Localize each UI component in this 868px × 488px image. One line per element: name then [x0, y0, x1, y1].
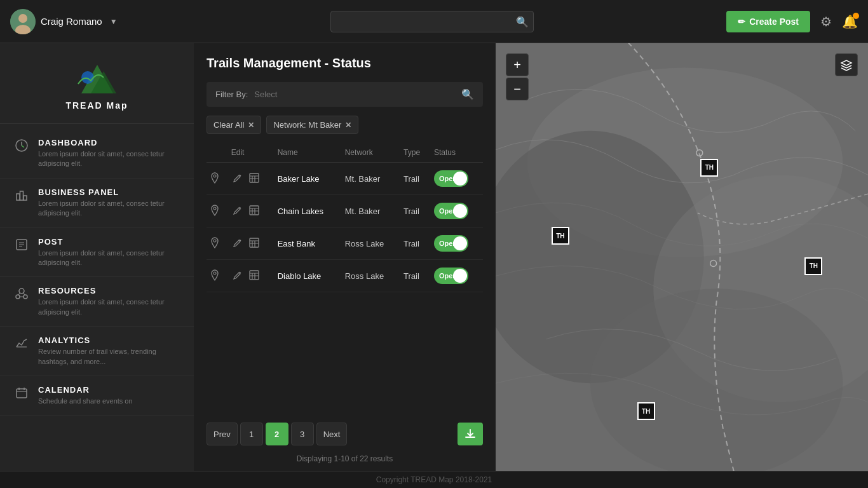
- create-post-button[interactable]: ✏ Create Post: [726, 11, 810, 32]
- edit-table-button[interactable]: [248, 172, 261, 186]
- zoom-in-button[interactable]: +: [506, 53, 529, 76]
- status-toggle[interactable]: Open: [434, 268, 468, 284]
- location-cell: [207, 163, 227, 195]
- network-filter-close-icon[interactable]: ✕: [345, 121, 351, 130]
- next-page-button[interactable]: Next: [316, 423, 348, 445]
- edit-cell: [227, 227, 274, 260]
- th-marker-3[interactable]: TH: [804, 257, 822, 275]
- pencil-icon: ✏: [738, 17, 745, 27]
- name-cell: East Bank: [274, 227, 341, 260]
- filter-row: Filter By: 🔍: [207, 82, 483, 107]
- svg-point-13: [24, 295, 27, 299]
- page-3-button[interactable]: 3: [291, 423, 314, 445]
- status-toggle[interactable]: Open: [434, 235, 468, 252]
- analytics-icon: [13, 337, 31, 349]
- download-icon: [465, 428, 476, 440]
- business-panel-content: BUSINESS PANEL Lorem ipsum dolor sit ame…: [38, 187, 181, 219]
- avatar[interactable]: [10, 9, 36, 34]
- business-icon: [13, 189, 31, 201]
- sidebar: TREAD Map DASHBOARD Lorem ipsum dolor si…: [0, 43, 194, 471]
- edit-table-button[interactable]: [248, 236, 261, 251]
- status-toggle[interactable]: Open: [434, 170, 468, 187]
- page-1-button[interactable]: 1: [240, 423, 263, 445]
- sidebar-item-desc: Review number of trail views, trending h…: [38, 347, 181, 367]
- logo-area: TREAD Map: [0, 43, 194, 124]
- zoom-out-button[interactable]: −: [506, 78, 529, 100]
- th-marker-2[interactable]: TH: [552, 227, 569, 245]
- header-search: 🔍: [137, 11, 726, 32]
- name-cell: Diablo Lake: [274, 260, 341, 292]
- type-cell: Trail: [400, 260, 430, 292]
- svg-point-21: [214, 272, 216, 274]
- layers-button[interactable]: [835, 53, 858, 76]
- toggle-knob: [453, 204, 467, 218]
- toggle-knob: [453, 172, 467, 186]
- sidebar-item-desc: Lorem ipsum dolor sit amet, consec tetur…: [38, 248, 181, 268]
- table-container: Edit Name Network Type Status: [207, 143, 483, 414]
- panel-inner: Trails Management - Status Filter By: 🔍 …: [194, 43, 496, 471]
- edit-map-button[interactable]: [231, 204, 244, 219]
- type-cell: Trail: [400, 227, 430, 260]
- col-edit: Edit: [227, 143, 274, 163]
- settings-button[interactable]: ⚙: [820, 14, 832, 29]
- sidebar-item-dashboard[interactable]: DASHBOARD Lorem ipsum dolor sit amet, co…: [0, 129, 194, 179]
- chevron-down-icon[interactable]: ▼: [110, 17, 118, 26]
- calendar-icon: [13, 386, 31, 399]
- sidebar-item-desc: Lorem ipsum dolor sit amet, consec tetur…: [38, 149, 181, 169]
- page-2-button[interactable]: 2: [266, 423, 288, 445]
- th-marker-4[interactable]: TH: [637, 402, 655, 420]
- nav-items: DASHBOARD Lorem ipsum dolor sit amet, co…: [0, 124, 194, 421]
- location-cell: [207, 227, 227, 260]
- notifications-button[interactable]: 🔔: [842, 14, 858, 29]
- filter-input[interactable]: [254, 90, 455, 99]
- prev-page-button[interactable]: Prev: [207, 423, 238, 445]
- sidebar-item-resources[interactable]: RESOURCES Lorem ipsum dolor sit amet, co…: [0, 277, 194, 327]
- edit-map-button[interactable]: [231, 269, 244, 283]
- pagination-left: Prev 1 2 3 Next: [207, 423, 347, 445]
- location-cell: [207, 195, 227, 227]
- status-toggle[interactable]: Open: [434, 203, 468, 219]
- status-cell: Open: [430, 227, 483, 260]
- sidebar-item-post[interactable]: POST Lorem ipsum dolor sit amet, consec …: [0, 228, 194, 278]
- sidebar-item-desc: Lorem ipsum dolor sit amet, consec tetur…: [38, 199, 181, 219]
- sidebar-item-label: ANALYTICS: [38, 336, 181, 345]
- map-controls: + −: [506, 53, 529, 100]
- svg-rect-22: [250, 271, 259, 280]
- sidebar-item-label: DASHBOARD: [38, 138, 181, 147]
- search-input[interactable]: [330, 11, 534, 32]
- th-marker-1[interactable]: TH: [700, 159, 718, 177]
- clear-all-tag[interactable]: Clear All ✕: [207, 116, 261, 134]
- svg-rect-8: [20, 191, 24, 200]
- table-header: Edit Name Network Type Status: [207, 143, 483, 163]
- main-layout: TREAD Map DASHBOARD Lorem ipsum dolor si…: [0, 43, 868, 471]
- edit-map-button[interactable]: [231, 236, 244, 251]
- calendar-content: CALENDAR Schedule and share events on: [38, 385, 181, 406]
- name-cell: Chain Lakes: [274, 195, 341, 227]
- svg-rect-16: [250, 173, 259, 182]
- user-name: Craig Romano: [41, 16, 102, 27]
- network-cell: Ross Lake: [341, 227, 400, 260]
- content-panel: Trails Management - Status Filter By: 🔍 …: [194, 43, 496, 471]
- network-filter-tag[interactable]: Network: Mt Baker ✕: [266, 116, 358, 134]
- post-icon: [13, 238, 31, 251]
- edit-map-button[interactable]: [231, 172, 244, 186]
- col-location: [207, 143, 227, 163]
- table-row: Diablo Lake Ross Lake Trail Open: [207, 260, 483, 292]
- sidebar-item-business-panel[interactable]: BUSINESS PANEL Lorem ipsum dolor sit ame…: [0, 179, 194, 228]
- resources-content: RESOURCES Lorem ipsum dolor sit amet, co…: [38, 286, 181, 317]
- search-icon[interactable]: 🔍: [516, 15, 529, 27]
- clear-all-close-icon[interactable]: ✕: [248, 121, 254, 130]
- svg-rect-20: [250, 238, 259, 247]
- svg-point-19: [214, 240, 216, 242]
- notification-dot: [853, 13, 859, 19]
- map-area: + − TH TH TH TH: [496, 43, 868, 471]
- network-cell: Mt. Baker: [341, 163, 400, 195]
- svg-point-1: [18, 14, 27, 23]
- resources-icon: [13, 287, 31, 300]
- edit-table-button[interactable]: [248, 269, 261, 283]
- col-name: Name: [274, 143, 341, 163]
- sidebar-item-analytics[interactable]: ANALYTICS Review number of trail views, …: [0, 327, 194, 376]
- edit-table-button[interactable]: [248, 204, 261, 219]
- sidebar-item-calendar[interactable]: CALENDAR Schedule and share events on: [0, 376, 194, 416]
- download-button[interactable]: [458, 423, 483, 445]
